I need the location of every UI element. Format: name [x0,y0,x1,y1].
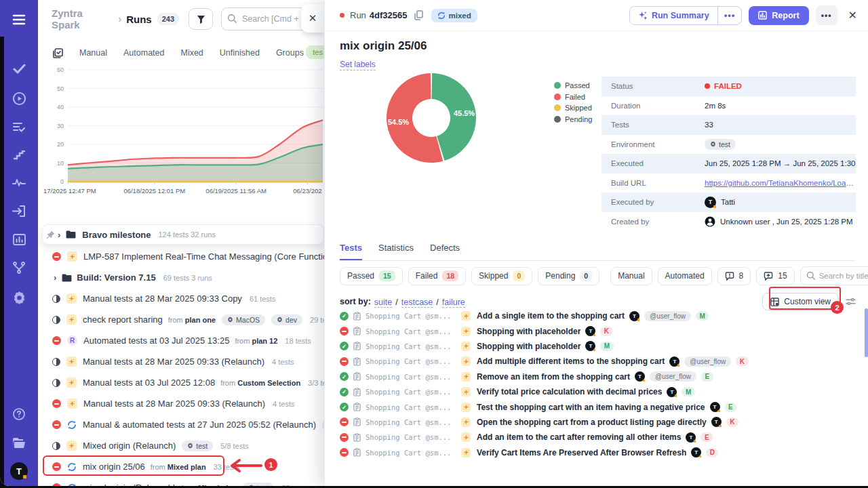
manual-run-icon [66,293,77,304]
chevron-right-icon[interactable]: › [58,230,60,240]
test-row[interactable]: ✓Shopping Cart @sm...Shopping with place… [332,339,857,354]
run-list-item[interactable]: ›Build: Version 7.1569 tests 3 runs [38,267,324,288]
run-list-item[interactable]: Manual tests at 03 Jul 2025 12:08from Cu… [38,372,324,393]
sign-in-icon[interactable] [0,201,38,221]
run-summary-button[interactable]: Run Summary [630,7,717,24]
run-list-item[interactable]: mixed origin (Relaunch)from Mixed plante… [38,477,324,486]
help-icon[interactable] [0,404,38,424]
check-icon[interactable] [0,58,38,79]
test-row[interactable]: ✓Shopping Cart @sm...Verify total price … [332,384,857,399]
test-row[interactable]: ✓Shopping Cart @sm...Remove an item from… [332,369,857,384]
sort-by-label: sort by: [340,297,371,306]
svg-text:40: 40 [57,104,64,110]
comment-plus-filter-chip[interactable]: 15 [756,267,794,285]
passed-status-icon: ✓ [340,388,349,396]
test-row[interactable]: Shopping Cart @sm...Open the shopping ca… [332,415,857,430]
run-list-item[interactable]: Manual tests at 28 Mar 2025 09:33 (Relau… [38,393,324,414]
runs-tab-unfinished[interactable]: Unfinished [220,48,260,58]
more-actions-button[interactable]: ••• [816,5,837,25]
pin-icon [46,230,55,239]
info-row-build-url: Build URLhttps://github.com/TetianaKhome… [601,174,856,193]
failed-status-icon [52,462,61,471]
sliders-icon[interactable] [846,297,856,306]
legend-item[interactable]: Pending [554,115,592,123]
legend-item[interactable]: Failed [554,93,592,101]
sort-by-testcase[interactable]: testcase [401,298,433,308]
sort-by-failure[interactable]: failure [442,298,465,308]
assignee-avatar: T [686,432,696,443]
breadcrumb-project[interactable]: Zyntra Spark [52,7,114,30]
gear-icon[interactable] [0,287,38,308]
run-list-item[interactable]: check report sharingfrom plan oneMacOSde… [38,309,324,330]
filter-button[interactable] [189,8,213,30]
test-row[interactable]: Shopping Cart @sm...Verify Cart Items Ar… [332,445,857,460]
filter-chip-automated[interactable]: Automated [658,267,712,285]
report-button[interactable]: Report [749,6,808,25]
run-list-item[interactable]: RAutomated tests at 03 Jul 2025 13:25fro… [38,330,324,351]
test-row[interactable]: ✓Shopping Cart @sm...Test the shopping c… [332,399,857,414]
sort-by-suite[interactable]: suite [374,298,392,308]
filter-chip-passed[interactable]: Passed15 [340,267,403,285]
comment-plus-icon [764,272,773,281]
refresh-icon [437,12,446,20]
automated-run-icon: R [67,336,77,346]
runs-tab-automated[interactable]: Automated [123,48,164,58]
runs-tab-manual[interactable]: Manual [79,48,107,58]
legend-item[interactable]: Passed [554,81,592,89]
comment-alert-filter-chip[interactable]: 8 [717,267,751,285]
scrollbar-thumb[interactable] [865,308,868,357]
run-list-item[interactable]: Mixed origin (Relaunch)test5/8 tests [38,435,324,456]
run-list-icon[interactable] [0,117,38,138]
set-labels-link[interactable]: Set labels [340,60,376,70]
test-tag: @user_flow [644,311,691,321]
build-url-link[interactable]: https://github.com/TetianaKhomenko/Load-… [705,179,856,187]
run-summary-more-button[interactable]: ••• [717,7,742,24]
test-row[interactable]: Shopping Cart @sm...Shopping with placeh… [332,323,857,338]
legend-item[interactable]: Skipped [554,104,592,112]
run-list-item[interactable]: Manual tests at 28 Mar 2025 09:33 Copy61… [38,288,324,309]
steps-icon[interactable] [0,145,38,165]
panel-close-button[interactable]: ✕ [301,4,324,33]
chevron-right-icon[interactable]: › [54,272,56,283]
tab-defects[interactable]: Defects [430,243,460,260]
initial-badge: M [682,387,694,396]
runs-tab-mixed[interactable]: Mixed [180,48,203,58]
sparkles-icon [638,11,648,20]
copy-run-id-button[interactable] [414,10,423,20]
test-row[interactable]: Shopping Cart @sm...Add multiple differe… [332,354,857,369]
test-row[interactable]: Shopping Cart @sm...Add an item to the c… [332,430,857,445]
filter-chip-manual[interactable]: Manual [610,267,652,285]
info-row-executed-by: Executed byTTatti [601,192,856,212]
milestone-title: Bravo milestone [82,230,151,240]
menu-icon[interactable] [0,9,38,30]
close-details-button[interactable]: ✕ [848,9,857,22]
test-tag: @user_flow [684,357,731,367]
initial-badge: M [696,311,709,321]
run-list-item[interactable]: Manual tests at 28 Mar 2025 09:33 (Relau… [38,351,324,372]
env-tab-badge[interactable]: tes [306,45,324,59]
initial-badge: D [706,448,718,458]
filter-chip-pending[interactable]: Pending0 [538,267,599,285]
test-row[interactable]: ✓Shopping Cart @sm...Add a single item t… [332,308,857,323]
filter-chip-skipped[interactable]: Skipped0 [471,267,532,285]
projects-folder-icon[interactable] [0,432,38,453]
run-type-icon[interactable] [53,48,63,58]
tab-statistics[interactable]: Statistics [378,243,414,260]
play-circle-icon[interactable] [0,88,38,108]
close-icon: ✕ [309,12,317,24]
user-avatar[interactable]: T [0,461,38,481]
user-avatar: T [705,197,716,208]
tab-tests[interactable]: Tests [340,243,362,260]
filter-chip-failed[interactable]: Failed18 [408,267,466,285]
report-chart-icon [758,11,767,20]
run-origin-badge[interactable]: mixed [431,9,477,22]
runs-tab-groups[interactable]: Groups [276,48,304,58]
pinned-milestone-row[interactable]: › Bravo milestone 124 tests 32 runs [42,224,324,245]
run-list-item[interactable]: mix origin 25/06from Mixed plan33 tests [38,456,324,477]
bar-chart-icon[interactable] [0,229,38,249]
git-branch-icon[interactable] [0,258,38,278]
run-list-item[interactable]: LMP-587 Implement Real-Time Chat Messagi… [38,246,324,267]
pulse-icon[interactable] [0,172,38,192]
breadcrumb-section[interactable]: Runs [126,14,152,25]
run-list-item[interactable]: Manual & automated tests at 27 Jun 2025 … [38,414,324,435]
